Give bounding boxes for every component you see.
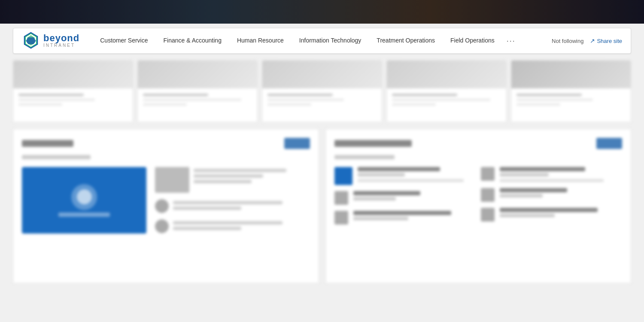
nav-item-human-resource[interactable]: Human Resource: [229, 28, 292, 54]
nav-right: Not following ↗ Share site: [552, 37, 622, 44]
nav-item-treatment-operations[interactable]: Treatment Operations: [369, 28, 443, 54]
card-thumb-2: [138, 61, 257, 88]
side-item-3: [155, 219, 310, 233]
rp-avatar-4: [481, 167, 495, 181]
side-items: [155, 167, 310, 234]
main-content: [13, 60, 631, 283]
card-thumb-4: [387, 61, 506, 88]
featured-image: [22, 167, 146, 234]
share-site-button[interactable]: ↗ Share site: [590, 37, 622, 44]
top-card-2: [137, 60, 258, 122]
rp-item-6: [481, 208, 622, 222]
top-cards-row: [13, 60, 631, 122]
top-banner: [0, 0, 644, 24]
rp-avatar-6: [481, 208, 495, 222]
side-item-1: [155, 167, 310, 193]
top-card-3: [262, 60, 382, 122]
rp-text-1: [358, 167, 476, 182]
left-panel-subtitle: [22, 155, 91, 159]
logo-beyond-text: beyond: [43, 33, 79, 43]
rp-item-2: [334, 191, 476, 205]
rp-item-1: [334, 167, 476, 185]
side-item-2: [155, 199, 310, 213]
nav-items: Customer Service Finance & Accounting Hu…: [92, 28, 552, 54]
rp-text-4: [500, 167, 622, 182]
card-thumb-3: [262, 61, 382, 88]
right-col-1: [334, 167, 476, 225]
rp-avatar-3: [334, 211, 348, 225]
nav-more-button[interactable]: ···: [502, 36, 520, 46]
rp-avatar-1: [334, 167, 352, 185]
share-icon: ↗: [590, 37, 595, 44]
side-thumb-1: [155, 167, 189, 193]
rp-text-3: [353, 211, 476, 220]
rp-item-4: [481, 167, 622, 182]
rp-text-6: [500, 208, 622, 217]
top-card-5: [511, 60, 631, 122]
not-following-button[interactable]: Not following: [552, 38, 583, 44]
right-panel-grid: [334, 167, 623, 225]
top-card-4: [386, 60, 507, 122]
logo-icon: [22, 32, 40, 50]
rp-text-2: [353, 191, 476, 200]
nav-item-information-technology[interactable]: Information Technology: [292, 28, 369, 54]
logo[interactable]: beyond INTRANET: [22, 32, 79, 50]
top-card-1: [13, 60, 133, 122]
right-panel-title: [334, 140, 412, 147]
nav-item-finance-accounting[interactable]: Finance & Accounting: [156, 28, 229, 54]
navbar: beyond INTRANET Customer Service Finance…: [13, 28, 631, 54]
card-thumb-5: [511, 61, 631, 88]
rp-item-3: [334, 211, 476, 225]
card-thumb-1: [13, 61, 133, 88]
left-panel: [13, 129, 319, 283]
rp-item-5: [481, 188, 622, 202]
rp-text-5: [500, 188, 622, 197]
left-panel-title: [22, 140, 73, 147]
right-panel-action: [596, 138, 622, 149]
bottom-row: [13, 129, 631, 283]
right-panel: [325, 129, 632, 283]
nav-item-customer-service[interactable]: Customer Service: [92, 28, 155, 54]
rp-avatar-2: [334, 191, 348, 205]
rp-avatar-5: [481, 188, 495, 202]
logo-intranet-text: INTRANET: [43, 43, 79, 48]
featured-person-icon: [71, 184, 97, 210]
left-panel-content: [22, 167, 310, 234]
left-panel-action: [284, 138, 310, 149]
logo-text: beyond INTRANET: [43, 33, 79, 48]
right-col-2: [481, 167, 622, 225]
nav-item-field-operations[interactable]: Field Operations: [443, 28, 502, 54]
right-panel-subtitle: [334, 155, 395, 159]
